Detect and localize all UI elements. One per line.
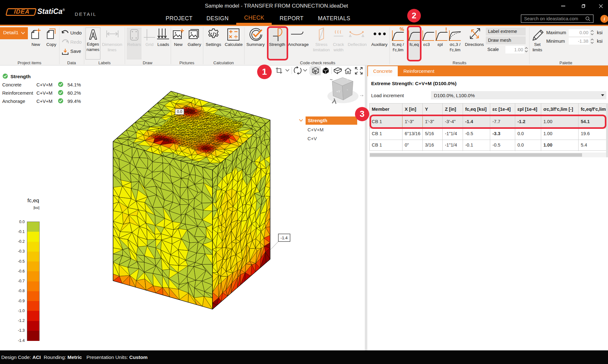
svg-text:%: % (400, 27, 404, 32)
svg-text:-1.4: -1.4 (281, 235, 288, 240)
svg-text:0.0: 0.0 (177, 110, 182, 114)
svg-text:+Y: +Y (336, 90, 340, 93)
svg-text:-z: -z (346, 78, 348, 81)
svg-text:⌞: ⌞ (347, 87, 348, 91)
svg-text:!: ! (445, 27, 447, 33)
